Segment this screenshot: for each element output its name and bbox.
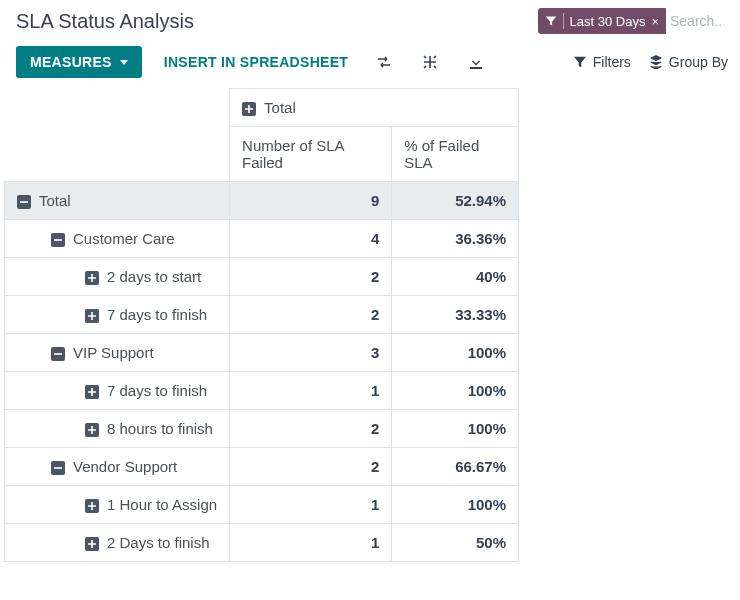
pivot-table: Total Number of SLA Failed % of Failed S… bbox=[4, 88, 519, 562]
pivot-row-header[interactable]: 1 Hour to Assign bbox=[5, 486, 230, 524]
pivot-row-header[interactable]: Customer Care bbox=[5, 220, 230, 258]
pivot-row-label: 8 hours to finish bbox=[107, 420, 213, 437]
pivot-cell[interactable]: 1 bbox=[230, 486, 392, 524]
pivot-cell[interactable]: 9 bbox=[230, 182, 392, 220]
pivot-row-header[interactable]: 2 days to start bbox=[5, 258, 230, 296]
flip-axis-button[interactable] bbox=[370, 50, 398, 74]
pivot-row-label: Total bbox=[39, 192, 71, 209]
plus-icon bbox=[85, 309, 99, 323]
pivot-row-label: Customer Care bbox=[73, 230, 175, 247]
pivot-row-label: 2 Days to finish bbox=[107, 534, 210, 551]
page-title: SLA Status Analysis bbox=[16, 10, 194, 33]
measures-label: MEASURES bbox=[30, 54, 112, 70]
pivot-cell[interactable]: 36.36% bbox=[392, 220, 519, 258]
filter-chip-last-30-days[interactable]: Last 30 Days × bbox=[538, 8, 666, 34]
pivot-cell[interactable]: 50% bbox=[392, 524, 519, 562]
download-button[interactable] bbox=[462, 50, 490, 74]
pivot-row-label: 2 days to start bbox=[107, 268, 201, 285]
pivot-row-label: VIP Support bbox=[73, 344, 154, 361]
funnel-icon bbox=[545, 15, 557, 27]
table-row: 1 Hour to Assign1100% bbox=[5, 486, 519, 524]
pivot-corner bbox=[5, 89, 230, 182]
pivot-col-header[interactable]: Number of SLA Failed bbox=[230, 127, 392, 182]
expand-all-button[interactable] bbox=[416, 50, 444, 74]
pivot-row-header[interactable]: VIP Support bbox=[5, 334, 230, 372]
groupby-button[interactable]: Group By bbox=[649, 54, 728, 70]
pivot-row-header[interactable]: 2 Days to finish bbox=[5, 524, 230, 562]
minus-icon bbox=[51, 233, 65, 247]
pivot-row-label: 7 days to finish bbox=[107, 306, 207, 323]
pivot-row-label: 1 Hour to Assign bbox=[107, 496, 217, 513]
plus-icon bbox=[85, 385, 99, 399]
table-row: 7 days to finish233.33% bbox=[5, 296, 519, 334]
table-row: 2 Days to finish150% bbox=[5, 524, 519, 562]
table-row: 8 hours to finish2100% bbox=[5, 410, 519, 448]
table-row: Customer Care436.36% bbox=[5, 220, 519, 258]
pivot-cell[interactable]: 66.67% bbox=[392, 448, 519, 486]
pivot-col-total-label: Total bbox=[264, 99, 296, 116]
pivot-cell[interactable]: 52.94% bbox=[392, 182, 519, 220]
minus-icon bbox=[51, 461, 65, 475]
table-row: 7 days to finish1100% bbox=[5, 372, 519, 410]
measures-button[interactable]: MEASURES bbox=[16, 46, 142, 78]
pivot-cell[interactable]: 1 bbox=[230, 372, 392, 410]
caret-down-icon bbox=[120, 60, 128, 65]
pivot-cell[interactable]: 2 bbox=[230, 410, 392, 448]
plus-icon bbox=[85, 499, 99, 513]
pivot-cell[interactable]: 4 bbox=[230, 220, 392, 258]
minus-icon bbox=[51, 347, 65, 361]
pivot-row-header[interactable]: 7 days to finish bbox=[5, 296, 230, 334]
plus-icon bbox=[85, 271, 99, 285]
pivot-cell[interactable]: 2 bbox=[230, 296, 392, 334]
plus-icon bbox=[85, 537, 99, 551]
pivot-cell[interactable]: 1 bbox=[230, 524, 392, 562]
filters-label: Filters bbox=[593, 54, 631, 70]
minus-icon bbox=[17, 195, 31, 209]
pivot-cell[interactable]: 3 bbox=[230, 334, 392, 372]
pivot-cell[interactable]: 100% bbox=[392, 410, 519, 448]
pivot-row-header[interactable]: 7 days to finish bbox=[5, 372, 230, 410]
pivot-cell[interactable]: 2 bbox=[230, 258, 392, 296]
pivot-cell[interactable]: 100% bbox=[392, 486, 519, 524]
plus-icon bbox=[85, 423, 99, 437]
insert-spreadsheet-button[interactable]: INSERT IN SPREADSHEET bbox=[160, 48, 352, 76]
table-row: Vendor Support266.67% bbox=[5, 448, 519, 486]
pivot-cell[interactable]: 100% bbox=[392, 372, 519, 410]
pivot-col-header[interactable]: % of Failed SLA bbox=[392, 127, 519, 182]
pivot-row-header[interactable]: Vendor Support bbox=[5, 448, 230, 486]
pivot-cell[interactable]: 100% bbox=[392, 334, 519, 372]
table-row: 2 days to start240% bbox=[5, 258, 519, 296]
pivot-cell[interactable]: 33.33% bbox=[392, 296, 519, 334]
search-input[interactable] bbox=[666, 8, 728, 34]
pivot-row-header[interactable]: 8 hours to finish bbox=[5, 410, 230, 448]
groupby-label: Group By bbox=[669, 54, 728, 70]
pivot-row-header[interactable]: Total bbox=[5, 182, 230, 220]
table-row: Total952.94% bbox=[5, 182, 519, 220]
filter-chip-label: Last 30 Days bbox=[570, 14, 646, 29]
pivot-cell[interactable]: 40% bbox=[392, 258, 519, 296]
plus-icon bbox=[242, 102, 256, 116]
pivot-col-total[interactable]: Total bbox=[230, 89, 519, 127]
table-row: VIP Support3100% bbox=[5, 334, 519, 372]
pivot-row-label: Vendor Support bbox=[73, 458, 177, 475]
pivot-cell[interactable]: 2 bbox=[230, 448, 392, 486]
filters-button[interactable]: Filters bbox=[573, 54, 631, 70]
close-icon[interactable]: × bbox=[651, 14, 659, 29]
pivot-row-label: 7 days to finish bbox=[107, 382, 207, 399]
